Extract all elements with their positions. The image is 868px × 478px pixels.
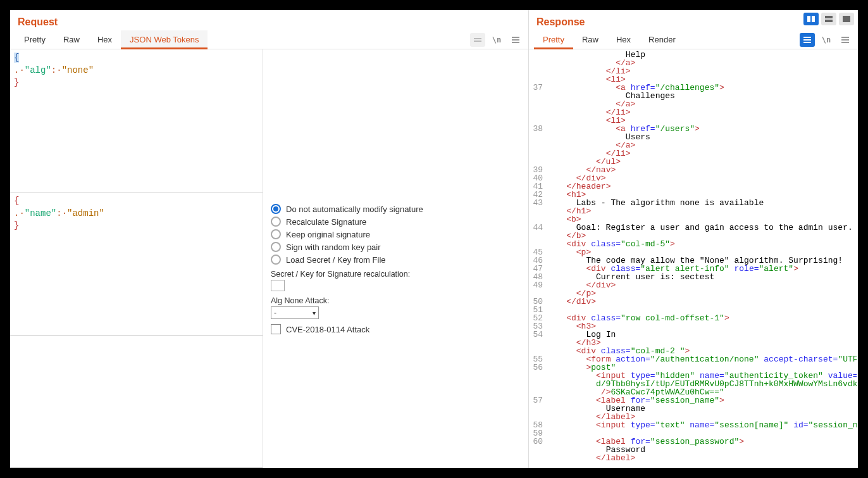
alg-none-value: - [274,308,276,317]
tab-render[interactable]: Render [640,30,685,49]
radio-label: Keep original signature [286,230,370,239]
radio-no-modify[interactable]: Do not automatically modify signature [271,204,521,214]
response-menu[interactable] [838,33,853,47]
secret-key-label: Secret / Key for Signature recalculation… [271,270,521,279]
radio-label: Sign with random key pair [286,242,381,252]
request-title: Request [10,10,528,30]
tab-raw[interactable]: Raw [54,30,89,49]
radio-load-secret[interactable]: Load Secret / Key from File [271,255,521,265]
full-icon [843,16,850,22]
view-full-button[interactable] [839,13,854,25]
response-action-1[interactable] [800,33,815,47]
chevron-down-icon: ▾ [313,310,316,317]
jwt-payload-editor[interactable]: { .·"name":·"admin" } [10,192,263,336]
response-panel: Response Pretty Raw Hex Render \n 373839… [529,10,858,468]
secret-key-input[interactable] [271,280,285,291]
radio-label: Load Secret / Key from File [286,255,386,265]
tab-jwt[interactable]: JSON Web Tokens [121,30,208,49]
checkbox-label: CVE-2018-0114 Attack [286,325,369,334]
alg-none-label: Alg None Attack: [271,296,521,305]
bars-icon [474,38,481,42]
radio-icon [271,242,281,252]
line-number-gutter: 3738394041424344454647484950515253545556… [529,49,545,468]
radio-label: Do not automatically modify signature [286,204,423,214]
jwt-signature-editor[interactable] [10,336,263,468]
newline-icon: \n [822,35,831,44]
view-mode-group [803,13,854,25]
tab-hex[interactable]: Hex [89,30,121,49]
response-tabs: Pretty Raw Hex Render \n [529,30,858,49]
response-wrap-toggle[interactable]: \n [819,33,834,47]
view-columns-button[interactable] [803,13,819,25]
cve-attack-checkbox[interactable]: CVE-2018-0114 Attack [271,324,521,334]
bars-icon [803,37,811,43]
rows-icon [825,16,833,22]
checkbox-icon [271,324,281,334]
radio-label: Recalculate Signature [286,217,366,227]
radio-icon [271,217,281,227]
request-wrap-toggle[interactable]: \n [489,33,504,47]
jwt-editors: { .·"alg":·"none" } { .·"name":·"admin" … [10,49,263,468]
jwt-header-editor[interactable]: { .·"alg":·"none" } [10,49,263,192]
brace-open: { [14,53,19,63]
radio-keep-original[interactable]: Keep original signature [271,229,521,239]
request-action-1[interactable] [470,33,485,47]
request-tabs: Pretty Raw Hex JSON Web Tokens \n [10,30,528,49]
newline-icon: \n [492,35,501,44]
tab-pretty[interactable]: Pretty [15,30,54,49]
tab-raw[interactable]: Raw [573,30,607,49]
tab-hex[interactable]: Hex [607,30,640,49]
columns-icon [807,16,815,22]
tab-pretty[interactable]: Pretty [534,30,573,49]
radio-recalculate[interactable]: Recalculate Signature [271,217,521,227]
menu-icon [512,37,519,43]
menu-icon [841,37,849,43]
view-rows-button[interactable] [821,13,836,25]
response-code[interactable]: Help </a> </li> <li> <a href="/challenge… [545,49,858,468]
alg-none-select[interactable]: - ▾ [271,306,319,319]
radio-icon [271,229,281,239]
radio-icon [271,204,281,214]
request-menu[interactable] [508,33,523,47]
request-panel: Request Pretty Raw Hex JSON Web Tokens \… [10,10,529,468]
jwt-options: Do not automatically modify signature Re… [263,49,528,468]
radio-icon [271,255,281,265]
radio-random-key[interactable]: Sign with random key pair [271,242,521,252]
